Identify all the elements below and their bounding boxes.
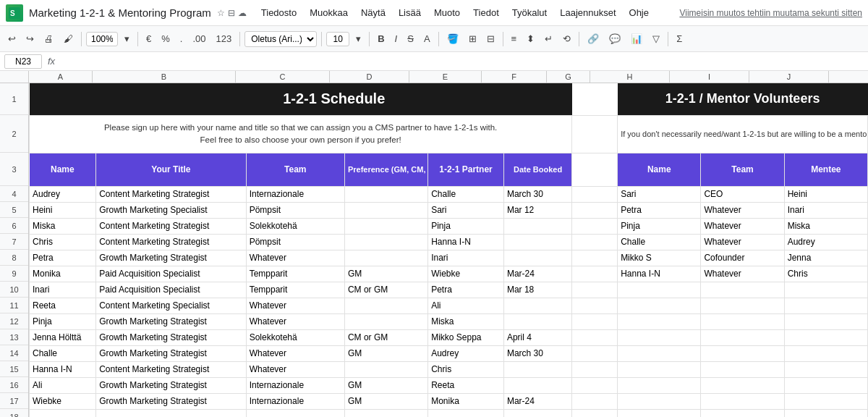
cell-j6[interactable]: Miska — [784, 218, 867, 234]
cell-i15[interactable] — [701, 361, 784, 377]
cell-c18[interactable] — [246, 409, 344, 417]
cell-f16[interactable] — [503, 377, 571, 393]
currency-btn[interactable]: € — [142, 32, 155, 46]
cell-e3[interactable]: 1-2-1 Partner — [428, 153, 504, 186]
col-header-f[interactable]: F — [482, 71, 547, 83]
cell-h3[interactable]: Name — [618, 153, 701, 186]
cell-i12[interactable] — [701, 313, 784, 329]
cell-e10[interactable]: Petra — [428, 282, 504, 298]
cell-h7[interactable]: Challe — [618, 234, 701, 250]
cell-b14[interactable]: Growth Marketing Strategist — [96, 345, 246, 361]
cell-d10[interactable]: CM or GM — [344, 282, 427, 298]
cell-b5[interactable]: Growth Marketing Specialist — [96, 202, 246, 218]
percent-btn[interactable]: % — [158, 32, 174, 46]
cell-g3[interactable] — [572, 153, 618, 186]
cell-d16[interactable]: GM — [344, 377, 427, 393]
cell-a4[interactable]: Audrey — [30, 186, 96, 202]
col-header-i[interactable]: I — [670, 71, 749, 83]
cell-c14[interactable]: Whatever — [246, 345, 344, 361]
col-header-h[interactable]: H — [590, 71, 670, 83]
cell-a13[interactable]: Jenna Hölttä — [30, 329, 96, 345]
cell-g12[interactable] — [572, 313, 618, 329]
cell-g8[interactable] — [572, 250, 618, 266]
cell-f14[interactable]: March 30 — [503, 345, 571, 361]
cell-i17[interactable] — [701, 393, 784, 409]
cell-f15[interactable] — [503, 361, 571, 377]
cell-j13[interactable] — [784, 329, 867, 345]
font-color-button[interactable]: A — [420, 32, 434, 46]
menu-laajennukset[interactable]: Laajennukset — [554, 4, 621, 21]
cell-e11[interactable]: Ali — [428, 298, 504, 313]
menu-nayta[interactable]: Näytä — [355, 4, 391, 21]
cell-a11[interactable]: Reeta — [30, 298, 96, 313]
cell-i10[interactable] — [701, 282, 784, 298]
cell-g11[interactable] — [572, 298, 618, 313]
row-num-14[interactable]: 14 — [0, 345, 28, 361]
cell-a10[interactable]: Inari — [30, 282, 96, 298]
cell-g10[interactable] — [572, 282, 618, 298]
cell-e16[interactable]: Reeta — [428, 377, 504, 393]
zoom-input[interactable]: 100% — [86, 32, 118, 46]
row-num-8[interactable]: 8 — [0, 250, 28, 266]
decimal-btn[interactable]: . — [176, 32, 187, 46]
row-num-12[interactable]: 12 — [0, 313, 28, 329]
cell-e4[interactable]: Challe — [428, 186, 504, 202]
cell-g15[interactable] — [572, 361, 618, 377]
cell-b9[interactable]: Paid Acquisition Specialist — [96, 266, 246, 282]
row-num-3[interactable]: 3 — [0, 153, 28, 186]
row-num-9[interactable]: 9 — [0, 266, 28, 282]
font-size-dropdown-btn[interactable]: ▾ — [352, 32, 365, 46]
cell-b13[interactable]: Growth Marketing Strategist — [96, 329, 246, 345]
col-header-j[interactable]: J — [749, 71, 829, 83]
cell-f8[interactable] — [503, 250, 571, 266]
row-num-18[interactable]: 18 — [0, 409, 28, 417]
cell-h5[interactable]: Petra — [618, 202, 701, 218]
cell-c4[interactable]: Internazionale — [246, 186, 344, 202]
menu-muoto[interactable]: Muoto — [428, 4, 466, 21]
cell-e9[interactable]: Wiebke — [428, 266, 504, 282]
cell-a16[interactable]: Ali — [30, 377, 96, 393]
cell-a9[interactable]: Monika — [30, 266, 96, 282]
zoom-dropdown-btn[interactable]: ▾ — [121, 32, 133, 46]
counter-btn[interactable]: 123 — [213, 32, 236, 46]
cell-h17[interactable] — [618, 393, 701, 409]
cell-b10[interactable]: Paid Acquisition Specialist — [96, 282, 246, 298]
cell-j7[interactable]: Audrey — [784, 234, 867, 250]
cell-d17[interactable]: GM — [344, 393, 427, 409]
cell-a1[interactable] — [30, 83, 96, 115]
italic-button[interactable]: I — [391, 32, 401, 46]
cell-i3[interactable]: Team — [701, 153, 784, 186]
cell-d13[interactable]: CM or GM — [344, 329, 427, 345]
undo-button[interactable]: ↩ — [4, 32, 20, 46]
fill-color-button[interactable]: 🪣 — [443, 32, 462, 46]
cell-g6[interactable] — [572, 218, 618, 234]
cell-f5[interactable]: Mar 12 — [503, 202, 571, 218]
valign-button[interactable]: ⬍ — [523, 32, 538, 46]
row-num-10[interactable]: 10 — [0, 282, 28, 298]
cell-i16[interactable] — [701, 377, 784, 393]
cell-c13[interactable]: Solekkotehä — [246, 329, 344, 345]
col-header-d[interactable]: D — [330, 71, 409, 83]
cell-h6[interactable]: Pinja — [618, 218, 701, 234]
cell-g9[interactable] — [572, 266, 618, 282]
cell-ref-input[interactable]: N23 — [4, 54, 42, 69]
cell-d7[interactable] — [344, 234, 427, 250]
cell-b15[interactable]: Content Marketing Strategist — [96, 361, 246, 377]
cell-i18[interactable] — [701, 409, 784, 417]
cell-b7[interactable]: Content Marketing Strategist — [96, 234, 246, 250]
menu-muokkaa[interactable]: Muokkaa — [304, 4, 354, 21]
cell-h10[interactable] — [618, 282, 701, 298]
cell-b4[interactable]: Content Marketing Strategist — [96, 186, 246, 202]
col-header-e[interactable]: E — [409, 71, 482, 83]
cell-i13[interactable] — [701, 329, 784, 345]
font-size-input[interactable] — [326, 32, 349, 46]
menu-tiedosto[interactable]: Tiedosto — [255, 4, 302, 21]
cell-c10[interactable]: Tempparit — [246, 282, 344, 298]
cell-d18[interactable] — [344, 409, 427, 417]
cell-f7[interactable] — [503, 234, 571, 250]
filter-button[interactable]: ▽ — [649, 32, 663, 46]
cell-c7[interactable]: Pömpsit — [246, 234, 344, 250]
cell-d4[interactable] — [344, 186, 427, 202]
col-header-c[interactable]: C — [236, 71, 330, 83]
cell-j4[interactable]: Heini — [784, 186, 867, 202]
